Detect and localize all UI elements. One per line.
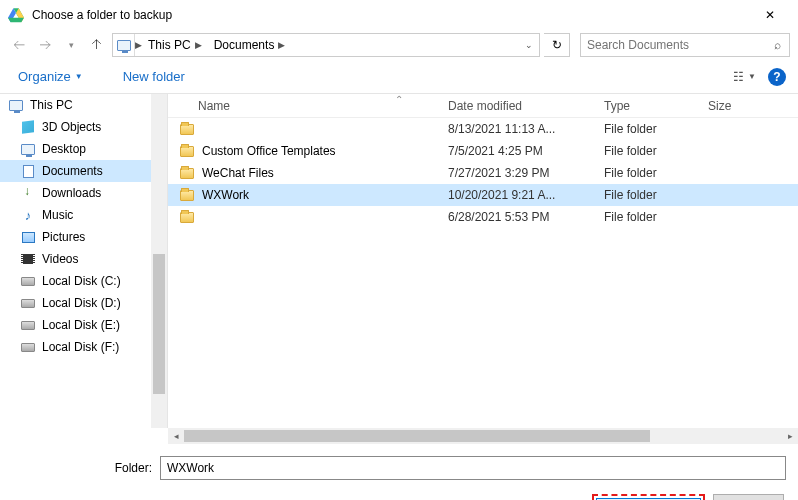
highlight-annotation: Select Folder [592,494,705,500]
file-row[interactable]: WXWork10/20/2021 9:21 A...File folder [168,184,798,206]
organize-button[interactable]: Organize ▼ [12,65,89,88]
new-folder-button[interactable]: New folder [117,65,191,88]
chevron-right-icon[interactable]: ▶ [278,40,285,50]
disk-icon [20,295,36,311]
dl-icon [20,185,36,201]
title-bar: Choose a folder to backup ✕ [0,0,798,30]
chevron-right-icon[interactable]: ▶ [135,40,142,50]
view-list-icon: ☷ [733,70,744,84]
tree-item[interactable]: Downloads [0,182,167,204]
tree-scrollbar[interactable] [151,94,167,428]
column-header-date[interactable]: Date modified [448,99,604,113]
path-root-label: This PC [148,38,191,52]
tree-item[interactable]: Local Disk (D:) [0,292,167,314]
scroll-left-button[interactable]: ◂ [168,428,184,444]
chevron-down-icon: ▼ [748,72,756,81]
organize-label: Organize [18,69,71,84]
tree-item-label: Downloads [42,186,101,200]
tree-item[interactable]: 3D Objects [0,116,167,138]
path-root-icon[interactable] [113,34,135,56]
monitor-icon [8,97,24,113]
help-button[interactable]: ? [768,68,786,86]
tree-item[interactable]: Videos [0,248,167,270]
file-type: File folder [604,188,708,202]
tree-item-label: Local Disk (F:) [42,340,119,354]
scroll-right-button[interactable]: ▸ [782,428,798,444]
disk-icon [20,339,36,355]
tree-item-label: Music [42,208,73,222]
file-date: 6/28/2021 5:53 PM [448,210,604,224]
file-list-panel: Name Date modified Type Size 8/13/2021 1… [168,94,798,428]
path-segment-thispc[interactable]: This PC ▶ [142,34,208,56]
tree-item-label: Pictures [42,230,85,244]
search-input[interactable] [581,38,765,52]
back-button[interactable]: 🡠 [8,34,30,56]
disk-icon [20,273,36,289]
music-icon [20,207,36,223]
file-name: WeChat Files [202,166,274,180]
file-type: File folder [604,144,708,158]
file-row[interactable]: WeChat Files7/27/2021 3:29 PMFile folder [168,162,798,184]
folder-icon [180,124,194,135]
tree-item[interactable]: Pictures [0,226,167,248]
tree-item[interactable]: Local Disk (C:) [0,270,167,292]
scrollbar-thumb[interactable] [153,254,165,394]
search-icon[interactable]: ⌕ [765,38,789,52]
toolbar: Organize ▼ New folder ☷ ▼ ? [0,60,798,94]
tree-item[interactable]: Documents [0,160,167,182]
folder-icon [180,212,194,223]
tree-item-label: Desktop [42,142,86,156]
forward-button[interactable]: 🡢 [34,34,56,56]
close-button[interactable]: ✕ [750,0,790,30]
path-segment-label: Documents [214,38,275,52]
svg-marker-3 [8,18,24,23]
search-box[interactable]: ⌕ [580,33,790,57]
navigation-tree: This PC3D ObjectsDesktopDocumentsDownloa… [0,94,168,428]
file-name: WXWork [202,188,249,202]
tree-item[interactable]: Local Disk (E:) [0,314,167,336]
google-drive-icon [8,7,24,23]
column-headers: Name Date modified Type Size [168,94,798,118]
horizontal-scrollbar[interactable]: ◂ ▸ [168,428,798,444]
folder-icon [180,168,194,179]
vid-icon [20,251,36,267]
main-area: ⌃ This PC3D ObjectsDesktopDocumentsDownl… [0,94,798,428]
monitor-icon [20,141,36,157]
bottom-panel: Folder: Select Folder Cancel [0,444,798,500]
doc-icon [20,163,36,179]
address-bar[interactable]: ▶ This PC ▶ Documents ▶ ⌄ [112,33,540,57]
tree-item-label: 3D Objects [42,120,101,134]
scrollbar-thumb[interactable] [184,430,650,442]
tree-item[interactable]: Music [0,204,167,226]
folder-name-input[interactable] [160,456,786,480]
tree-item[interactable]: Local Disk (F:) [0,336,167,358]
file-name: Custom Office Templates [202,144,336,158]
pic-icon [20,229,36,245]
file-row[interactable]: 6/28/2021 5:53 PMFile folder [168,206,798,228]
address-dropdown-icon[interactable]: ⌄ [519,40,539,50]
file-type: File folder [604,210,708,224]
tree-item[interactable]: This PC [0,94,167,116]
file-type: File folder [604,166,708,180]
column-header-size[interactable]: Size [708,99,798,113]
tree-item[interactable]: Desktop [0,138,167,160]
file-date: 10/20/2021 9:21 A... [448,188,604,202]
view-options-button[interactable]: ☷ ▼ [733,70,756,84]
refresh-button[interactable]: ↻ [544,33,570,57]
column-header-name[interactable]: Name [168,99,448,113]
file-date: 7/27/2021 3:29 PM [448,166,604,180]
folder-field-label: Folder: [12,461,160,475]
file-date: 7/5/2021 4:25 PM [448,144,604,158]
tree-item-label: Documents [42,164,103,178]
cube-icon [20,119,36,135]
folder-icon [180,146,194,157]
file-row[interactable]: Custom Office Templates7/5/2021 4:25 PMF… [168,140,798,162]
recent-dropdown[interactable]: ▾ [60,34,82,56]
chevron-right-icon[interactable]: ▶ [195,40,202,50]
up-button[interactable]: 🡡 [86,34,108,56]
path-segment-documents[interactable]: Documents ▶ [208,34,292,56]
cancel-button[interactable]: Cancel [713,494,784,500]
column-header-type[interactable]: Type [604,99,708,113]
file-row[interactable]: 8/13/2021 11:13 A...File folder [168,118,798,140]
chevron-down-icon: ▼ [75,72,83,81]
